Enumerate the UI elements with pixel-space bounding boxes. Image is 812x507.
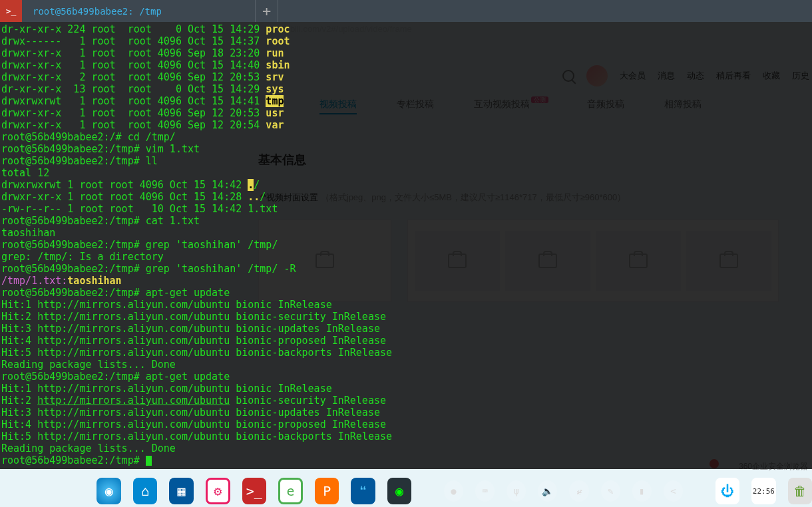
dock-bar: ◉ ⌂ ▦ ⚙ >_ e P ❝ ◉ ● ⌨ ψ 🔈 ⸙ ✎ ▮ < ⏻ 22:… bbox=[0, 472, 812, 507]
tray-wifi-icon[interactable]: ⸙ bbox=[569, 480, 588, 502]
new-tab-button[interactable]: + bbox=[255, 0, 278, 22]
dock-camera-icon[interactable]: ◉ bbox=[387, 478, 411, 504]
terminal-tab-name[interactable]: root@56b499babee2: /tmp bbox=[33, 6, 255, 17]
tray-rec-icon[interactable]: ● bbox=[444, 480, 463, 502]
tray-battery-icon[interactable]: ▮ bbox=[632, 480, 652, 502]
trash-icon[interactable]: 🗑 bbox=[788, 478, 812, 504]
dock-terminal-icon[interactable]: >_ bbox=[242, 478, 266, 504]
dock-deepin-icon[interactable]: ◉ bbox=[97, 478, 120, 504]
dock-settings-icon[interactable]: ⚙ bbox=[206, 478, 230, 504]
terminal-output[interactable]: dr-xr-xr-x 224 root root 0 Oct 15 14:29 … bbox=[0, 22, 812, 469]
tray-collapse-icon[interactable]: < bbox=[664, 480, 683, 502]
power-button[interactable]: ⏻ bbox=[715, 478, 739, 504]
tray-volume-icon[interactable]: 🔈 bbox=[538, 480, 557, 502]
terminal-titlebar: >_ root@56b499babee2: /tmp + bbox=[0, 0, 812, 22]
dock-wps-icon[interactable]: P bbox=[315, 478, 339, 504]
tray-edit-icon[interactable]: ✎ bbox=[601, 480, 620, 502]
clock-widget[interactable]: 22:56 bbox=[751, 478, 775, 504]
dock-chat-icon[interactable]: ❝ bbox=[351, 478, 375, 504]
terminal-app-icon[interactable]: >_ bbox=[0, 0, 22, 22]
tray-keyboard-icon[interactable]: ⌨ bbox=[475, 480, 495, 502]
tray-usb-icon[interactable]: ψ bbox=[507, 480, 526, 502]
dock-files-icon[interactable]: ⌂ bbox=[133, 478, 157, 504]
dock-movies-icon[interactable]: ▦ bbox=[169, 478, 193, 504]
dock-browser360-icon[interactable]: e bbox=[278, 478, 303, 504]
